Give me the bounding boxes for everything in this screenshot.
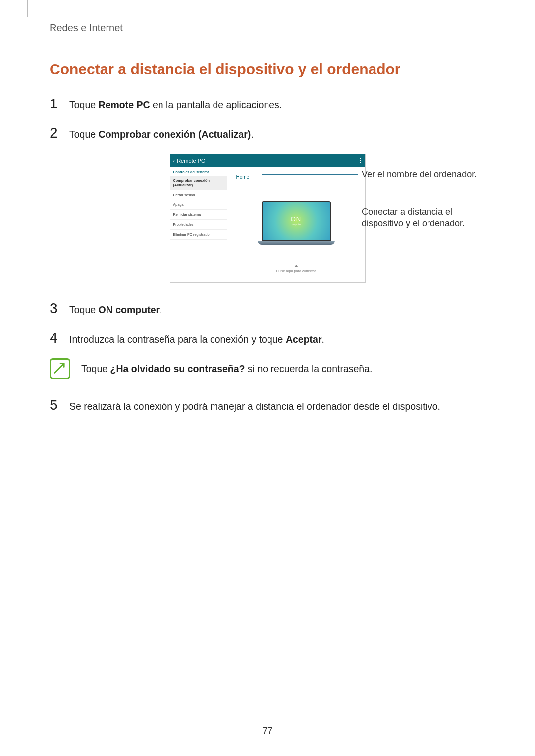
step-number: 1	[50, 95, 60, 112]
callout-connect: Conectar a distancia el dispositivo y el…	[362, 206, 485, 230]
callout-name: Ver el nombre del ordenador.	[362, 169, 485, 180]
sidebar-item-apagar[interactable]: Apagar	[170, 200, 227, 210]
step-text: Toque Remote PC en la pantalla de aplica…	[69, 99, 282, 112]
sidebar-item-propiedades[interactable]: Propiedades	[170, 220, 227, 230]
arrow-up-icon	[294, 265, 298, 267]
step-number: 2	[50, 124, 60, 141]
callout-line	[312, 212, 358, 212]
step-5: 5 Se realizará la conexión y podrá manej…	[50, 397, 485, 413]
note-icon	[50, 358, 70, 379]
step-3: 3 Toque ON computer.	[50, 300, 485, 317]
step-number: 4	[50, 329, 60, 346]
note-text: Toque ¿Ha olvidado su contraseña? si no …	[81, 358, 372, 376]
back-icon[interactable]: ‹	[173, 158, 175, 164]
step-text: Toque Comprobar conexión (Actualizar).	[69, 128, 254, 141]
on-label: ON	[291, 215, 302, 223]
app-title-bar: ‹ Remote PC	[170, 154, 365, 167]
breadcrumb: Redes e Internet	[50, 22, 485, 34]
device-screenshot: ‹ Remote PC Controles del sistema Compro…	[170, 154, 366, 283]
step-4: 4 Introduzca la contraseña para la conex…	[50, 329, 485, 346]
figure: ‹ Remote PC Controles del sistema Compro…	[50, 154, 485, 283]
sidebar-item-eliminar[interactable]: Eliminar PC registrado	[170, 230, 227, 240]
app-title: Remote PC	[177, 158, 205, 164]
computer-name-label: Home	[236, 174, 250, 180]
menu-icon[interactable]	[360, 158, 361, 163]
page-title: Conectar a distancia el dispositivo y el…	[50, 61, 485, 78]
step-number: 5	[50, 397, 60, 413]
step-text: Se realizará la conexión y podrá manejar…	[69, 400, 440, 413]
sidebar-item-comprobar[interactable]: Comprobar conexión (Actualizar)	[170, 176, 227, 190]
laptop-graphic[interactable]: ON computer	[262, 201, 331, 245]
sidebar-item-cerrar[interactable]: Cerrar sesión	[170, 190, 227, 200]
step-number: 3	[50, 300, 60, 317]
connect-hint[interactable]: Pulse aquí para conectar	[227, 265, 365, 273]
page-number: 77	[0, 725, 535, 736]
step-text: Introduzca la contraseña para la conexió…	[69, 333, 324, 346]
computer-sublabel: computer	[291, 223, 301, 226]
note: Toque ¿Ha olvidado su contraseña? si no …	[50, 358, 485, 379]
step-2: 2 Toque Comprobar conexión (Actualizar).	[50, 124, 485, 141]
sidebar-heading: Controles del sistema	[170, 167, 227, 176]
step-1: 1 Toque Remote PC en la pantalla de apli…	[50, 95, 485, 112]
sidebar-item-reiniciar[interactable]: Reiniciar sistema	[170, 210, 227, 220]
sidebar: Controles del sistema Comprobar conexión…	[170, 167, 227, 282]
main-panel: Home ON computer Pulse aquí para conecta…	[227, 167, 365, 282]
step-text: Toque ON computer.	[69, 303, 162, 317]
callout-line	[262, 174, 358, 175]
